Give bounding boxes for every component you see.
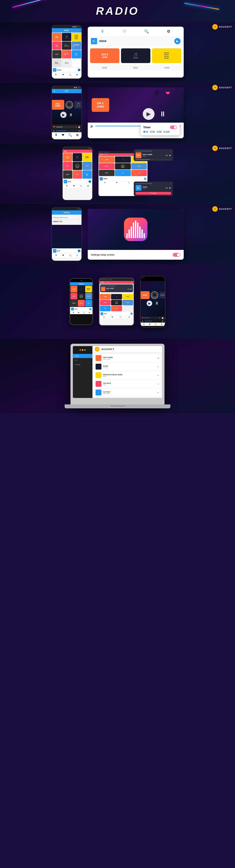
mini-rock[interactable]: ROCK (99, 163, 115, 169)
ktv-pause-icon[interactable]: ⏸ (75, 126, 77, 128)
timer-30[interactable]: 30' (150, 131, 155, 133)
mac-play-3[interactable]: ▶ (158, 374, 159, 376)
nav-search-btn[interactable]: 🔍 (143, 28, 150, 35)
mac-play-1[interactable]: ▶ (158, 357, 159, 359)
notif-kqun[interactable]: 🎵 (72, 153, 82, 161)
notif-prev-icon[interactable]: ⏮ (166, 154, 168, 157)
d1-hhtv[interactable]: HHTV (70, 300, 77, 307)
mac-row-4[interactable]: The Rock Rock ▶ (94, 380, 160, 388)
mac-play-2[interactable]: ▶ (158, 366, 159, 368)
t-ch[interactable]: CH Q (122, 300, 133, 305)
d1-alt[interactable]: ALT (85, 300, 92, 307)
heart-icon[interactable]: ❤ (53, 125, 55, 128)
sidebar-radio-item[interactable]: Radio (73, 354, 92, 358)
nav-gear-btn[interactable]: ⚙ (165, 28, 172, 35)
notch-nav-1[interactable]: 🎙 (143, 323, 145, 325)
mini-nav-1[interactable]: 🎙 (104, 182, 106, 184)
d1-ch[interactable]: CH Q (85, 293, 92, 300)
notif-nav-2[interactable]: ❤ (73, 185, 75, 187)
notif-rock[interactable]: Rock (63, 162, 72, 170)
tablet-close[interactable]: × (131, 281, 133, 283)
d1-nav-3[interactable]: 🔍 (83, 312, 85, 314)
station-channel[interactable]: CHANNELQ (72, 41, 81, 50)
t-hip[interactable]: KTV (111, 306, 122, 311)
d1-rock[interactable]: Rock (70, 293, 77, 300)
chevron-down-icon[interactable]: ▼ (54, 90, 55, 92)
featured-jams[interactable]: 104.3 JAMS (90, 49, 119, 63)
notif-ktv[interactable]: KTV (72, 170, 82, 179)
d1-kqun[interactable]: 🎵 (78, 286, 85, 292)
mini-nav-3[interactable]: 🔍 (128, 182, 130, 184)
station-hiphop[interactable]: Hip HopTV (62, 50, 71, 58)
notif-search-bar[interactable]: 🔍 search (136, 192, 171, 195)
mac-play-5[interactable]: ▶ (158, 392, 159, 394)
mac-play-4[interactable]: ▶ (158, 383, 159, 385)
ktv-nav-4[interactable]: ⚙ (76, 133, 79, 137)
play-button-small[interactable]: ▶ (78, 68, 81, 71)
settings-play-btn[interactable]: ▶ (78, 249, 81, 252)
d1-nav-1[interactable]: 🎙 (72, 312, 74, 314)
mac-row-2[interactable]: KGUN Country ▶ (94, 363, 160, 371)
station-kqun[interactable]: 🎵 (62, 33, 71, 41)
station-vov4[interactable]: VOV4 (62, 59, 71, 67)
station-hhtv[interactable]: HHTV (52, 50, 62, 58)
settings-nav-1[interactable]: 🎙 (55, 254, 57, 256)
notif-prev-2[interactable]: ⏮ (166, 186, 168, 189)
notif-album[interactable] (72, 162, 82, 170)
notch-nav-2[interactable]: ❤ (149, 323, 151, 325)
notch-play[interactable]: ▶ (147, 301, 152, 306)
notif-channel[interactable]: CH Q (83, 162, 92, 170)
timer-120[interactable]: 120' (164, 131, 170, 133)
mini-ktv[interactable]: KTV (131, 170, 147, 176)
mac-row-5[interactable]: ALT 92.3 Alternative ▶ (94, 389, 160, 396)
d1-nav-4[interactable]: ⚙ (89, 312, 90, 314)
mini-nav-2[interactable]: ❤ (116, 182, 117, 184)
station-jams[interactable]: 104.3JAMS (52, 33, 62, 41)
tablet-play-btn[interactable]: ▶ (130, 313, 133, 315)
t-kqun[interactable]: 🎵 (111, 294, 122, 300)
d1-hip[interactable]: Hip TV (78, 300, 85, 307)
mini-ch[interactable]: CH Q (131, 163, 147, 169)
t-alt[interactable]: ALT (100, 306, 111, 311)
d1-disc[interactable] (78, 293, 85, 300)
sidebar-ktv-item[interactable]: KTV (73, 358, 92, 363)
notif-water[interactable]: WATERFRONT (83, 153, 92, 161)
notif-play-icon-2[interactable]: ▶ (169, 186, 171, 189)
t-rock[interactable]: Rock (100, 300, 111, 305)
t-disc[interactable] (111, 300, 122, 305)
ktv-nav-2[interactable]: ❤ (62, 133, 64, 137)
nav-podcast-btn[interactable]: 🎙 (99, 28, 106, 35)
mini-kqun[interactable]: 🎵 (115, 156, 131, 163)
notif-alt[interactable]: ALT92.3 (83, 170, 92, 179)
d1-water[interactable]: WATERFRONT (85, 286, 92, 292)
timer-60[interactable]: 60' (157, 131, 162, 133)
mini-hhtv[interactable]: HHTV (99, 170, 115, 176)
d1-nav-2[interactable]: ❤ (78, 312, 79, 314)
featured-water[interactable]: WATERFRONTBLUESRADIO (152, 49, 181, 63)
settings-about-item[interactable]: ABOUT US (53, 219, 80, 224)
notif-close-1[interactable]: × (170, 150, 171, 152)
clock-icon[interactable]: ⏱ (154, 90, 159, 97)
main-play-button[interactable]: ▶ (174, 38, 181, 44)
tablet-prev-1[interactable]: ⏮ (127, 288, 129, 290)
notif-nav-4[interactable]: ⚙ (87, 185, 89, 187)
ktv-nav-3[interactable]: 🔍 (68, 133, 72, 137)
settings-keep-toggle[interactable] (173, 253, 181, 257)
notch-pause[interactable]: ⏸ (155, 301, 159, 306)
heart-filled-icon[interactable]: ❤ (166, 90, 170, 97)
notif-close-2[interactable]: × (170, 183, 171, 184)
station-rock[interactable]: TheRock (52, 41, 62, 50)
nav-settings-icon[interactable]: ⚙ (76, 73, 79, 76)
mini-alt[interactable]: ALT (115, 170, 131, 176)
mini-jams[interactable]: JAMS (99, 156, 115, 163)
app-pause-btn[interactable]: ⏸ (159, 110, 166, 118)
mac-row-3[interactable]: Waterfront Blues Radio Blues ▶ (94, 371, 160, 379)
notch-heart[interactable]: ❤ (142, 317, 143, 319)
mac-row-1[interactable]: 104.3 JAMS Jazz · Blues ▶ (94, 354, 160, 362)
notif-hhtv[interactable]: HHTV (63, 170, 72, 179)
settings-nav-3[interactable]: 🔍 (69, 254, 71, 256)
ktv-nav-1[interactable]: 🎙 (55, 133, 58, 137)
ktv-play-button[interactable]: ▶ (60, 112, 66, 118)
station-alt[interactable]: ALT92.3 (72, 50, 81, 58)
nav-favorite-icon[interactable]: ❤ (62, 73, 64, 76)
